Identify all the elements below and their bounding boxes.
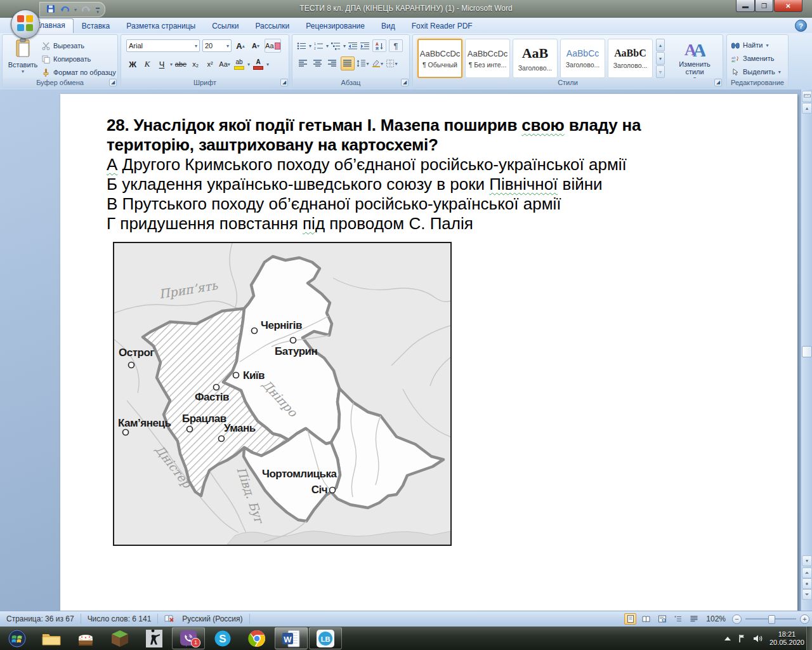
tab-разметка-страницы[interactable]: Разметка страницы (118, 19, 204, 33)
draft-view-button[interactable] (688, 613, 700, 625)
taskbar-app-chrome[interactable] (240, 627, 273, 649)
page-indicator[interactable]: Страница: 36 из 67 (0, 611, 81, 627)
paragraph-dialog-launcher[interactable]: ◢ (401, 79, 409, 86)
next-page-button[interactable]: ⏷ (802, 589, 812, 600)
multilevel-list-button[interactable] (331, 42, 341, 50)
find-button[interactable]: Найти▾ (731, 39, 781, 51)
start-button[interactable] (1, 627, 34, 649)
zoom-in-button[interactable]: + (800, 614, 809, 624)
taskbar-app-lb[interactable]: LB (309, 627, 342, 649)
copy-button[interactable]: Копировать (42, 53, 116, 65)
superscript-button[interactable]: x² (204, 58, 216, 70)
numbered-list-button[interactable]: 12 (314, 42, 324, 50)
highlight-button[interactable]: ab (233, 58, 246, 70)
justify-button[interactable] (341, 56, 355, 70)
align-center-button[interactable] (311, 57, 324, 70)
print-layout-view-button[interactable] (624, 613, 636, 625)
taskbar-app-minecraft[interactable] (103, 627, 136, 649)
styles-dialog-launcher[interactable]: ◢ (714, 79, 722, 86)
line-spacing-button[interactable]: ▾ (357, 57, 369, 70)
tab-foxit-reader-pdf[interactable]: Foxit Reader PDF (403, 19, 481, 33)
shading-button[interactable]: ▾ (371, 57, 384, 70)
font-dialog-launcher[interactable]: ◢ (280, 79, 288, 86)
style-card-3[interactable]: АаBbCcЗаголово... (560, 39, 605, 78)
align-right-button[interactable] (326, 57, 339, 70)
vertical-scrollbar[interactable]: ▴ ▾ ⏶ ● ⏷ (801, 90, 812, 611)
style-card-2[interactable]: АаBЗаголово... (513, 39, 558, 78)
taskbar-app-skype[interactable]: S (206, 627, 239, 649)
style-card-1[interactable]: АаBbCcDc¶ Без инте... (465, 39, 510, 78)
show-desktop-button[interactable] (806, 627, 812, 650)
paste-dropdown[interactable]: ▾ (6, 69, 39, 74)
help-button[interactable]: ? (795, 20, 807, 32)
italic-button[interactable]: К (141, 58, 154, 70)
font-size-combo[interactable]: 20▾ (202, 39, 232, 52)
zoom-slider-thumb[interactable] (768, 615, 775, 624)
increase-indent-button[interactable] (360, 42, 370, 50)
replace-button[interactable]: abac Заменить (731, 53, 781, 64)
clear-formatting-button[interactable]: Аа (265, 39, 281, 53)
style-card-0[interactable]: АаBbCcDc¶ Обычный (417, 39, 462, 78)
select-button[interactable]: Выделить▾ (731, 66, 781, 77)
pilcrow-button[interactable]: ¶ (389, 39, 403, 52)
tab-рассылки[interactable]: Рассылки (247, 19, 298, 33)
taskbar-app-word[interactable]: W (275, 627, 308, 649)
taskbar-app-cake[interactable] (69, 627, 102, 649)
close-button[interactable]: ✕ (774, 0, 802, 12)
underline-button[interactable]: Ч (155, 58, 168, 70)
change-case-button[interactable]: Аа▾ (218, 58, 231, 70)
zoom-slider[interactable] (745, 618, 796, 620)
zoom-out-button[interactable]: − (732, 614, 742, 624)
decrease-indent-button[interactable] (348, 42, 358, 50)
clock[interactable]: 18:21 20.05.2020 (769, 630, 804, 647)
restore-button[interactable]: ❐ (755, 0, 773, 12)
scrollbar-thumb[interactable] (802, 346, 812, 357)
format-painter-button[interactable]: Формат по образцу (42, 67, 116, 78)
taskbar-app-explorer[interactable] (35, 627, 68, 649)
tab-рецензирование[interactable]: Рецензирование (298, 19, 373, 33)
styles-scroll-down[interactable]: ▾ (656, 52, 665, 65)
action-center-flag-icon[interactable] (738, 634, 747, 643)
undo-icon[interactable] (60, 5, 70, 15)
style-card-4[interactable]: АаBbCЗаголово... (608, 39, 653, 78)
hidden-icons-arrow[interactable] (724, 636, 731, 641)
bullet-list-button[interactable] (297, 42, 306, 50)
sort-button[interactable]: АЯ (372, 39, 386, 52)
ruler-toggle-button[interactable] (802, 91, 812, 102)
fullscreen-reading-view-button[interactable] (640, 613, 652, 625)
highlight-dropdown[interactable]: ▾ (247, 62, 250, 67)
grow-font-button[interactable]: А▴ (234, 39, 247, 52)
volume-icon[interactable] (753, 634, 763, 643)
paste-button[interactable]: Вставить ▾ (6, 38, 39, 74)
minimize-button[interactable]: ▬ (736, 0, 755, 12)
tab-ссылки[interactable]: Ссылки (204, 19, 247, 33)
office-button[interactable] (11, 10, 40, 39)
change-styles-button[interactable]: A A Изменить стили ▾ (669, 39, 720, 81)
font-family-combo[interactable]: Arial▾ (126, 39, 200, 52)
previous-page-button[interactable]: ⏶ (802, 567, 812, 578)
shrink-font-button[interactable]: А▾ (249, 39, 262, 52)
bullet-dropdown[interactable]: ▾ (309, 43, 311, 49)
zoom-level[interactable]: 102% (706, 614, 726, 623)
qat-customize-button[interactable]: ▬▾ (96, 6, 100, 14)
borders-button[interactable]: ▾ (386, 57, 398, 70)
subscript-button[interactable]: x₂ (189, 58, 202, 70)
bold-button[interactable]: Ж (126, 58, 139, 70)
font-color-button[interactable]: А (252, 58, 265, 70)
clipboard-dialog-launcher[interactable]: ◢ (109, 79, 117, 86)
spellcheck-status[interactable] (158, 611, 181, 627)
numbered-dropdown[interactable]: ▾ (326, 43, 329, 49)
align-left-button[interactable] (297, 57, 310, 70)
cut-button[interactable]: Вырезать (42, 40, 116, 51)
document-page[interactable]: 28. Унаслідок якої події гетьман І. Мазе… (60, 94, 797, 611)
styles-more-button[interactable]: ▿ (656, 65, 665, 78)
tab-вид[interactable]: Вид (373, 19, 403, 33)
strikethrough-button[interactable]: abe (174, 58, 187, 70)
taskbar-app-counter-strike[interactable] (138, 627, 171, 649)
styles-scroll-up[interactable]: ▴ (656, 39, 665, 51)
scroll-down-arrow[interactable]: ▾ (802, 555, 812, 566)
outline-view-button[interactable] (672, 613, 684, 625)
language-indicator[interactable]: Русский (Россия) (181, 611, 249, 627)
undo-dropdown[interactable]: ▾ (74, 7, 77, 13)
multilevel-dropdown[interactable]: ▾ (343, 43, 346, 49)
